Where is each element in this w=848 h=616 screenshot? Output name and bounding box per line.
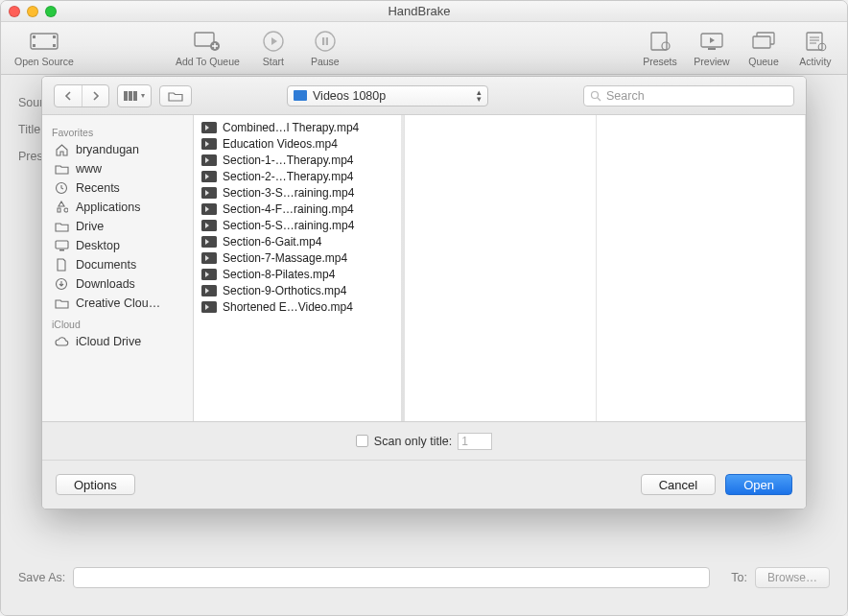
file-row[interactable]: Section-5-S…raining.mp4	[194, 217, 404, 233]
file-column-2[interactable]	[405, 115, 597, 421]
sidebar-item-label: Applications	[76, 201, 140, 214]
sidebar-item[interactable]: www	[42, 159, 193, 178]
scan-title-input[interactable]	[458, 433, 492, 450]
svg-point-8	[316, 32, 335, 51]
svg-rect-17	[807, 33, 822, 50]
folder-icon	[54, 297, 69, 310]
svg-rect-11	[651, 33, 667, 50]
svg-rect-9	[322, 37, 324, 45]
sidebar-item[interactable]: Applications	[42, 198, 193, 217]
svg-rect-25	[59, 249, 64, 251]
cancel-button[interactable]: Cancel	[641, 474, 716, 495]
path-popup[interactable]: Videos 1080p ▴▾	[287, 85, 488, 107]
file-column-1[interactable]: Combined…l Therapy.mp4Education Videos.m…	[194, 115, 405, 421]
back-button[interactable]	[55, 85, 82, 107]
sidebar-item[interactable]: iCloud Drive	[42, 332, 193, 351]
group-button[interactable]	[159, 85, 192, 107]
file-row[interactable]: Section-2-…Therapy.mp4	[194, 168, 404, 184]
columns-icon	[124, 90, 139, 102]
sidebar-item-label: Downloads	[76, 277, 135, 291]
sidebar: FavoritesbryanduganwwwRecentsApplication…	[42, 115, 194, 421]
preview-button[interactable]: Preview	[686, 29, 738, 67]
open-source-button[interactable]: Open Source	[7, 29, 82, 67]
browse-button[interactable]: Browse…	[755, 567, 830, 588]
file-row[interactable]: Section-1-…Therapy.mp4	[194, 152, 404, 168]
svg-rect-19	[124, 91, 128, 101]
open-button[interactable]: Open	[725, 474, 792, 495]
folder-icon	[54, 221, 69, 233]
file-name: Section-2-…Therapy.mp4	[223, 170, 354, 183]
chevron-down-icon: ▾	[141, 91, 145, 100]
file-name: Section-7-Massage.mp4	[223, 251, 347, 265]
video-icon	[201, 122, 217, 133]
sidebar-header: Favorites	[42, 121, 193, 140]
sidebar-item[interactable]: Documents	[42, 255, 193, 274]
video-icon	[201, 171, 217, 182]
pause-button[interactable]: Pause	[299, 29, 351, 67]
chevron-right-icon	[91, 91, 100, 101]
svg-rect-2	[33, 44, 35, 47]
video-icon	[201, 301, 217, 313]
folder-icon	[294, 90, 307, 101]
file-name: Section-3-S…raining.mp4	[223, 186, 354, 200]
queue-add-icon	[193, 29, 222, 54]
cloud-icon	[54, 336, 69, 348]
video-icon	[201, 236, 217, 248]
file-row[interactable]: Section-6-Gait.mp4	[194, 233, 404, 249]
svg-rect-20	[129, 91, 132, 101]
svg-point-12	[662, 42, 670, 50]
presets-button[interactable]: Presets	[634, 29, 686, 67]
download-icon	[54, 278, 69, 291]
chevron-left-icon	[64, 91, 73, 101]
scan-only-checkbox[interactable]	[356, 435, 368, 447]
add-to-queue-button[interactable]: Add To Queue	[168, 29, 247, 67]
apps-icon	[54, 201, 69, 214]
search-field[interactable]: Search	[583, 85, 794, 107]
svg-rect-1	[33, 36, 35, 38]
file-row[interactable]: Section-9-Orthotics.mp4	[194, 282, 404, 298]
file-row[interactable]: Combined…l Therapy.mp4	[194, 119, 404, 135]
svg-rect-21	[133, 91, 137, 101]
svg-rect-24	[56, 241, 68, 249]
dialog-toolbar: ▾ Videos 1080p ▴▾ Search	[42, 77, 806, 115]
file-row[interactable]: Section-4-F…raining.mp4	[194, 201, 404, 217]
queue-icon	[749, 29, 778, 54]
sidebar-item[interactable]: Creative Clou…	[42, 294, 193, 313]
file-row[interactable]: Shortened E…Video.mp4	[194, 298, 404, 315]
home-icon	[54, 144, 69, 156]
svg-rect-4	[53, 44, 56, 47]
nav-segment	[54, 84, 109, 107]
file-row[interactable]: Section-8-Pilates.mp4	[194, 266, 404, 282]
forward-button[interactable]	[82, 85, 108, 107]
file-row[interactable]: Education Videos.mp4	[194, 135, 404, 152]
sidebar-header: iCloud	[42, 313, 193, 332]
doc-icon	[54, 259, 69, 272]
svg-rect-16	[753, 36, 770, 48]
sidebar-item[interactable]: bryandugan	[42, 140, 193, 159]
search-icon	[590, 90, 601, 102]
options-button[interactable]: Options	[56, 474, 135, 495]
svg-rect-10	[326, 37, 328, 45]
search-placeholder: Search	[606, 89, 645, 103]
svg-rect-14	[708, 48, 716, 50]
file-name: Section-9-Orthotics.mp4	[223, 284, 346, 297]
sidebar-item[interactable]: Drive	[42, 217, 193, 236]
clock-icon	[54, 182, 69, 195]
video-icon	[201, 203, 217, 215]
file-row[interactable]: Section-3-S…raining.mp4	[194, 184, 404, 201]
file-row[interactable]: Section-7-Massage.mp4	[194, 249, 404, 266]
queue-button[interactable]: Queue	[738, 29, 789, 67]
sidebar-item[interactable]: Downloads	[42, 274, 193, 294]
sidebar-item[interactable]: Recents	[42, 178, 193, 198]
view-mode-button[interactable]: ▾	[118, 85, 151, 107]
sidebar-item[interactable]: Desktop	[42, 236, 193, 255]
start-button[interactable]: Start	[247, 29, 299, 67]
sidebar-item-label: Recents	[76, 181, 120, 195]
file-name: Section-8-Pilates.mp4	[223, 268, 335, 281]
file-name: Section-6-Gait.mp4	[223, 235, 321, 249]
preview-icon	[697, 29, 726, 54]
save-as-field[interactable]	[73, 567, 710, 588]
activity-button[interactable]: Activity	[789, 29, 841, 67]
file-column-3[interactable]	[597, 115, 806, 421]
titlebar: HandBrake	[1, 1, 847, 22]
